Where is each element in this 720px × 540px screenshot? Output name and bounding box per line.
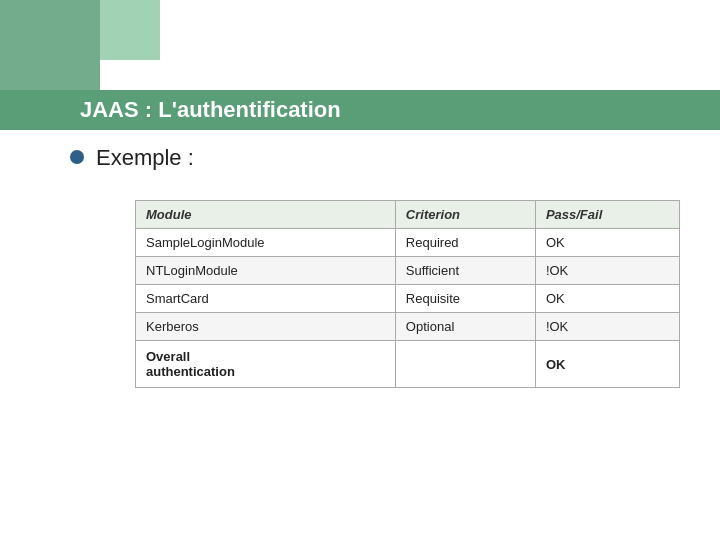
cell-criterion-0: Required	[395, 229, 535, 257]
cell-passfail-0: OK	[535, 229, 679, 257]
content-area: Exemple :	[70, 145, 690, 186]
title-bar: JAAS : L'authentification	[0, 90, 720, 130]
cell-passfail-2: OK	[535, 285, 679, 313]
cell-criterion-2: Requisite	[395, 285, 535, 313]
cell-passfail-1: !OK	[535, 257, 679, 285]
cell-criterion-1: Sufficient	[395, 257, 535, 285]
deco-block-small	[100, 0, 160, 60]
table-container: Module Criterion Pass/Fail SampleLoginMo…	[135, 200, 680, 388]
cell-module-3: Kerberos	[136, 313, 396, 341]
cell-module-2: SmartCard	[136, 285, 396, 313]
table-row: SampleLoginModule Required OK	[136, 229, 680, 257]
slide: JAAS : L'authentification Exemple : Modu…	[0, 0, 720, 540]
cell-module-overall: Overallauthentication	[136, 341, 396, 388]
cell-module-1: NTLoginModule	[136, 257, 396, 285]
table-row: NTLoginModule Sufficient !OK	[136, 257, 680, 285]
bullet-dot	[70, 150, 84, 164]
table-row: Kerberos Optional !OK	[136, 313, 680, 341]
table-row-overall: Overallauthentication OK	[136, 341, 680, 388]
cell-criterion-overall	[395, 341, 535, 388]
col-header-module: Module	[136, 201, 396, 229]
bullet-row: Exemple :	[70, 145, 690, 171]
deco-block-main	[0, 0, 100, 100]
table-row: SmartCard Requisite OK	[136, 285, 680, 313]
bullet-label: Exemple :	[96, 145, 194, 171]
slide-title: JAAS : L'authentification	[80, 97, 341, 123]
cell-criterion-3: Optional	[395, 313, 535, 341]
cell-passfail-3: !OK	[535, 313, 679, 341]
cell-module-0: SampleLoginModule	[136, 229, 396, 257]
cell-passfail-overall: OK	[535, 341, 679, 388]
col-header-passfail: Pass/Fail	[535, 201, 679, 229]
auth-table: Module Criterion Pass/Fail SampleLoginMo…	[135, 200, 680, 388]
table-header-row: Module Criterion Pass/Fail	[136, 201, 680, 229]
col-header-criterion: Criterion	[395, 201, 535, 229]
